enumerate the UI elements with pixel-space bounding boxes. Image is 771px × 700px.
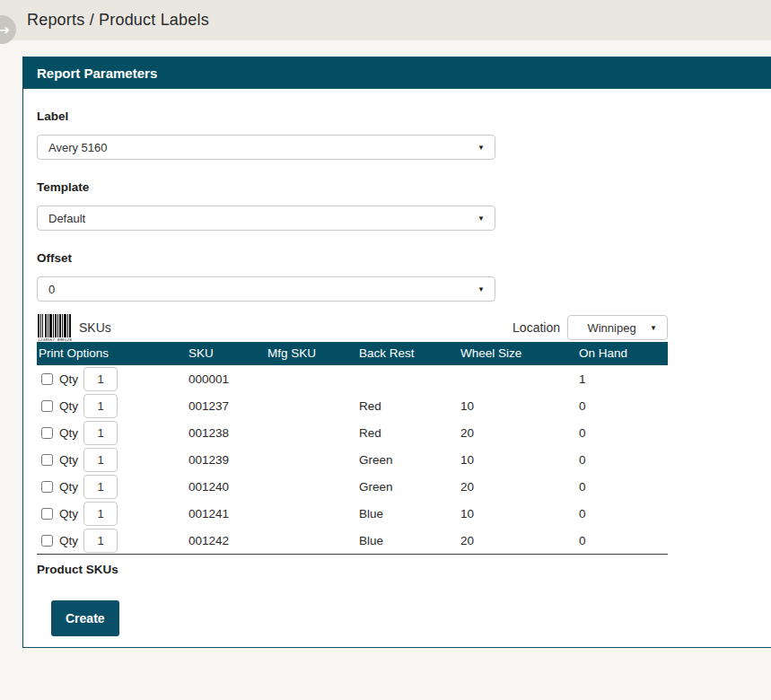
panel-header: Report Parameters (23, 57, 771, 89)
back-rest-cell: Red (357, 399, 459, 413)
print-checkbox[interactable] (41, 481, 53, 493)
table-row: Qty 001242 Blue 20 0 (37, 527, 668, 554)
arrow-right-icon: ➔ (0, 23, 10, 36)
qty-label: Qty (59, 372, 78, 386)
chevron-down-icon: ▼ (650, 324, 667, 332)
wheel-size-cell: 10 (459, 399, 577, 413)
offset-select-value: 0 (38, 283, 477, 296)
table-row: Qty 001237 Red 10 0 (37, 392, 668, 419)
back-rest-cell: Green (357, 453, 459, 467)
qty-label: Qty (59, 399, 78, 413)
chevron-down-icon: ▼ (477, 144, 495, 152)
qty-label: Qty (59, 426, 78, 440)
back-rest-cell: Blue (357, 507, 459, 521)
panel-content: Label Avery 5160 ▼ Template Default ▼ Of… (23, 109, 771, 636)
sku-cell: 000001 (187, 372, 266, 386)
create-button[interactable]: Create (51, 600, 119, 636)
wheel-size-cell: 10 (459, 453, 577, 467)
on-hand-cell: 0 (577, 399, 668, 413)
sku-cell: 001240 (187, 480, 266, 494)
print-checkbox[interactable] (41, 508, 53, 520)
location-select[interactable]: Winnipeg ▼ (567, 315, 668, 340)
print-checkbox[interactable] (41, 427, 53, 439)
back-rest-cell: Green (357, 480, 459, 494)
print-checkbox[interactable] (41, 373, 53, 385)
sidebar-toggle[interactable]: ➔ (0, 15, 16, 44)
column-header-sku: SKU (187, 342, 266, 365)
back-rest-cell: Red (357, 426, 459, 440)
template-field-label: Template (37, 180, 758, 194)
table-row: Qty 001238 Red 20 0 (37, 419, 668, 446)
offset-select[interactable]: 0 ▼ (37, 276, 495, 302)
sku-cell: 001237 (187, 399, 266, 413)
on-hand-cell: 0 (577, 426, 668, 440)
qty-input[interactable] (83, 448, 118, 472)
sku-cell: 001242 (187, 534, 266, 547)
sku-cell: 001238 (187, 426, 266, 440)
wheel-size-cell: 20 (459, 480, 577, 494)
label-select[interactable]: Avery 5160 ▼ (37, 135, 495, 160)
wheel-size-cell: 20 (459, 426, 577, 440)
qty-label: Qty (59, 534, 78, 547)
barcode-icon: 1234567 890128 (37, 313, 73, 342)
location-label: Location (513, 320, 560, 335)
sku-cell: 001241 (187, 507, 266, 521)
qty-input[interactable] (83, 475, 118, 499)
report-parameters-panel: Report Parameters Label Avery 5160 ▼ Tem… (22, 57, 771, 648)
on-hand-cell: 0 (577, 507, 668, 521)
qty-label: Qty (59, 453, 78, 467)
sku-table: Print Options SKU Mfg SKU Back Rest Whee… (37, 342, 668, 555)
qty-label: Qty (59, 480, 78, 494)
table-row: Qty 001239 Green 10 0 (37, 446, 668, 473)
on-hand-cell: 1 (577, 372, 668, 386)
back-rest-cell: Blue (357, 534, 459, 547)
template-select[interactable]: Default ▼ (37, 206, 495, 231)
page-header: ➔ Reports / Product Labels (0, 0, 771, 40)
chevron-down-icon: ▼ (477, 285, 495, 293)
qty-input[interactable] (83, 367, 118, 391)
on-hand-cell: 0 (577, 534, 668, 547)
offset-field-label: Offset (37, 251, 758, 265)
column-header-mfg-sku: Mfg SKU (266, 342, 357, 365)
page-title: Reports / Product Labels (27, 11, 209, 30)
table-row: Qty 001241 Blue 10 0 (37, 500, 668, 527)
column-header-back-rest: Back Rest (357, 342, 459, 365)
chevron-down-icon: ▼ (477, 214, 495, 223)
label-field-label: Label (37, 109, 758, 123)
qty-input[interactable] (83, 529, 118, 553)
print-checkbox[interactable] (41, 535, 53, 547)
qty-input[interactable] (83, 421, 118, 445)
wheel-size-cell: 20 (459, 534, 577, 547)
column-header-print-options: Print Options (37, 342, 187, 365)
column-header-wheel-size: Wheel Size (459, 342, 577, 365)
print-checkbox[interactable] (41, 400, 53, 412)
skus-label: SKUs (79, 320, 111, 335)
label-select-value: Avery 5160 (38, 141, 477, 154)
sku-cell: 001239 (187, 453, 266, 467)
template-select-value: Default (38, 212, 477, 225)
qty-input[interactable] (83, 394, 118, 418)
qty-input[interactable] (83, 502, 118, 526)
print-checkbox[interactable] (41, 454, 53, 466)
skus-row: 1234567 890128 SKUs Location Winnipeg ▼ (37, 313, 668, 342)
wheel-size-cell: 10 (459, 507, 577, 521)
product-skus-label: Product SKUs (37, 555, 758, 576)
table-row: Qty 000001 1 (37, 365, 668, 392)
table-row: Qty 001240 Green 20 0 (37, 473, 668, 500)
location-select-value: Winnipeg (568, 321, 650, 335)
on-hand-cell: 0 (577, 453, 668, 467)
column-header-on-hand: On Hand (577, 342, 668, 365)
qty-label: Qty (59, 507, 78, 521)
table-header-row: Print Options SKU Mfg SKU Back Rest Whee… (37, 342, 668, 365)
on-hand-cell: 0 (577, 480, 668, 494)
